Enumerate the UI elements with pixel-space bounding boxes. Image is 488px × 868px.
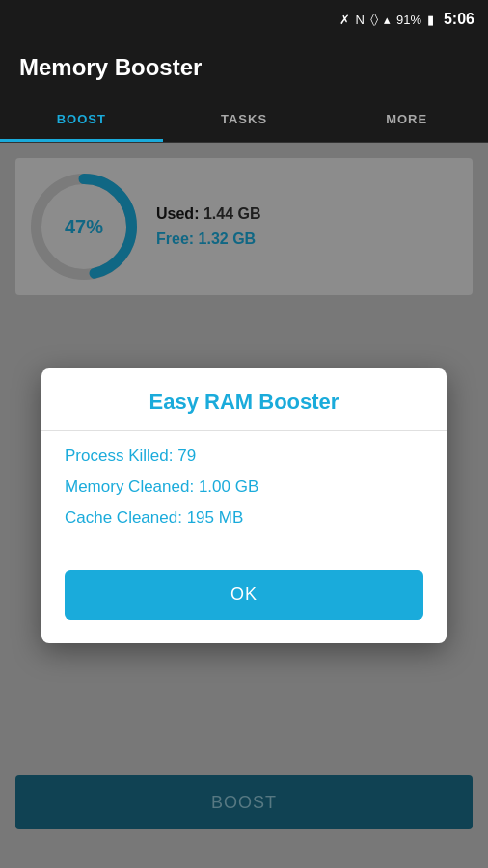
dialog-stat-cache: Cache Cleaned: 195 MB bbox=[65, 508, 423, 528]
status-bar: ✗ N 〈〉 ▴ 91% ▮ 5:06 bbox=[0, 0, 488, 39]
signal-icon: ▴ bbox=[384, 13, 391, 27]
dialog-ok-button[interactable]: OK bbox=[65, 570, 423, 620]
dialog-title: Easy RAM Booster bbox=[41, 368, 447, 430]
dialog: Easy RAM Booster Process Killed: 79 Memo… bbox=[41, 368, 447, 643]
dialog-stat-process: Process Killed: 79 bbox=[65, 447, 423, 466]
app-title: Memory Booster bbox=[19, 54, 202, 81]
main-area: 47% Used: 1.44 GB Free: 1.32 GB Boost bbox=[0, 143, 488, 868]
tab-more[interactable]: MORE bbox=[325, 96, 488, 142]
app-container: ✗ N 〈〉 ▴ 91% ▮ 5:06 Memory Booster BOOST… bbox=[0, 0, 488, 868]
wifi-icon: 〈〉 bbox=[370, 12, 378, 27]
network-n-icon: N bbox=[356, 13, 365, 27]
status-icons: ✗ N 〈〉 ▴ 91% ▮ 5:06 bbox=[339, 11, 474, 28]
battery-text: 91% bbox=[396, 13, 421, 27]
dialog-stat-memory: Memory Cleaned: 1.00 GB bbox=[65, 477, 423, 497]
dialog-divider bbox=[41, 430, 447, 431]
dialog-overlay: Easy RAM Booster Process Killed: 79 Memo… bbox=[0, 143, 488, 868]
status-time: 5:06 bbox=[444, 11, 474, 28]
dialog-body: Process Killed: 79 Memory Cleaned: 1.00 … bbox=[41, 447, 447, 562]
battery-icon: ▮ bbox=[427, 13, 434, 27]
bluetooth-icon: ✗ bbox=[339, 13, 350, 27]
tab-boost[interactable]: BOOST bbox=[0, 96, 163, 142]
tab-bar: BOOST TASKS MORE bbox=[0, 96, 488, 143]
tab-tasks[interactable]: TASKS bbox=[163, 96, 326, 142]
app-header: Memory Booster bbox=[0, 39, 488, 96]
